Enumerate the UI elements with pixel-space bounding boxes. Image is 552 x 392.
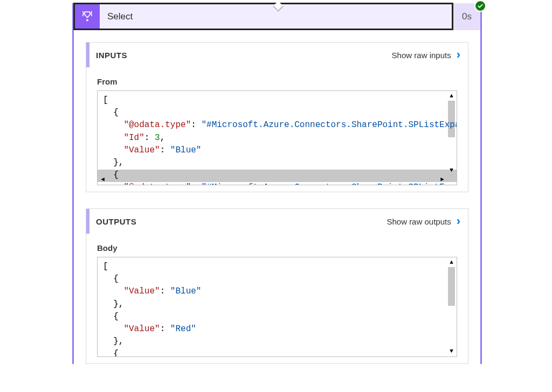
- action-header-main[interactable]: Select: [73, 3, 453, 30]
- show-raw-outputs-link[interactable]: Show raw outputs ›: [387, 214, 460, 228]
- outputs-code-content[interactable]: [ { "Value": "Blue" }, { "Value": "Red" …: [98, 257, 457, 356]
- inputs-panel-head: INPUTS Show raw inputs ›: [86, 43, 468, 67]
- chevron-right-icon: ›: [457, 214, 460, 228]
- inputs-code-content[interactable]: [ { "@odata.type": "#Microsoft.Azure.Con…: [98, 91, 457, 185]
- vertical-scrollbar[interactable]: ▲ ▼: [447, 258, 456, 356]
- outputs-panel: OUTPUTS Show raw outputs › Body [ { "Val…: [86, 208, 468, 364]
- action-title: Select: [100, 4, 452, 29]
- check-icon: [477, 3, 484, 9]
- data-operations-icon: [80, 10, 94, 24]
- inputs-field-label: From: [97, 77, 457, 86]
- scroll-thumb[interactable]: [448, 101, 455, 137]
- scroll-up-icon[interactable]: ▲: [447, 258, 456, 267]
- scroll-down-icon[interactable]: ▼: [447, 347, 456, 356]
- chevron-right-icon: ›: [457, 48, 460, 62]
- scroll-up-icon[interactable]: ▲: [447, 92, 456, 101]
- show-raw-inputs-label: Show raw inputs: [392, 51, 451, 60]
- outputs-code-box[interactable]: [ { "Value": "Blue" }, { "Value": "Red" …: [97, 257, 457, 357]
- outputs-panel-title: OUTPUTS: [89, 217, 136, 226]
- status-success-badge: [474, 0, 486, 12]
- outputs-panel-head: OUTPUTS Show raw outputs ›: [86, 209, 468, 234]
- show-raw-inputs-link[interactable]: Show raw inputs ›: [392, 48, 460, 62]
- show-raw-outputs-label: Show raw outputs: [387, 217, 451, 226]
- scroll-down-icon[interactable]: ▼: [447, 166, 456, 175]
- action-header[interactable]: Select 0s: [74, 3, 480, 30]
- inputs-code-box[interactable]: [ { "@odata.type": "#Microsoft.Azure.Con…: [97, 90, 457, 185]
- inputs-panel: INPUTS Show raw inputs › From [ { "@odat…: [86, 42, 468, 192]
- svg-point-0: [86, 19, 88, 21]
- outputs-field-label: Body: [97, 243, 457, 253]
- vertical-scrollbar[interactable]: ▲ ▼: [447, 92, 456, 175]
- scroll-thumb[interactable]: [448, 267, 455, 306]
- inputs-panel-title: INPUTS: [89, 51, 127, 60]
- action-card: Select 0s INPUTS Show raw inputs › From: [72, 3, 482, 364]
- action-icon-box: [75, 4, 100, 29]
